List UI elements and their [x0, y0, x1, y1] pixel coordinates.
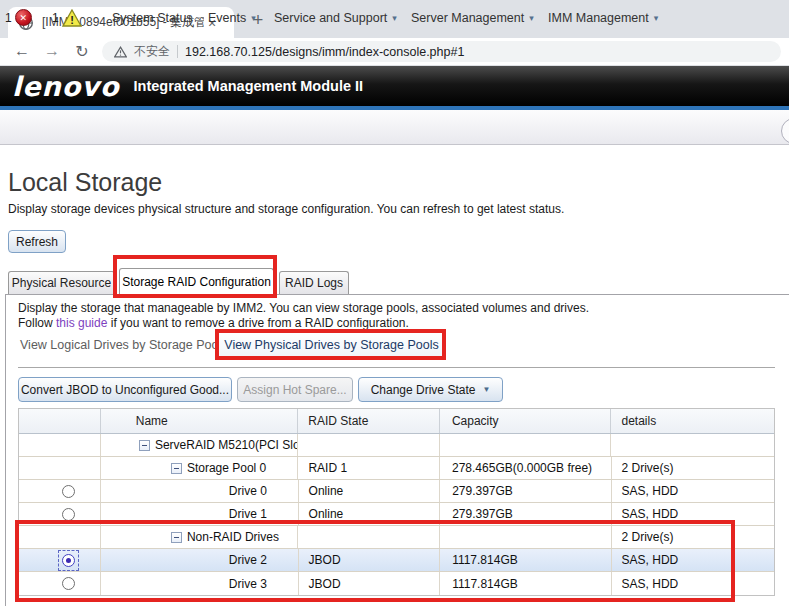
- name-cell: ServeRAID M5210(PCI Slot 9): [101, 434, 299, 456]
- action-button-change-drive-state[interactable]: Change Drive State▼: [358, 377, 503, 402]
- details-cell: SAS, HDD: [612, 572, 774, 595]
- row-name: Drive 1: [229, 507, 267, 521]
- screen: [IMM2-0894ef001b55] - 集成管 × + ← → ↻ 不安全 …: [0, 0, 789, 606]
- row-name: ServeRAID M5210(PCI Slot 9): [155, 438, 299, 452]
- action-button-convert-jbod-to-unconfigured-good[interactable]: Convert JBOD to Unconfigured Good...: [18, 377, 232, 402]
- error-icon: ✕: [15, 9, 32, 26]
- radio-cell: [19, 480, 101, 502]
- collapse-icon[interactable]: [171, 463, 182, 474]
- menu-item-imm-management[interactable]: IMM Management▾: [548, 0, 658, 35]
- radio-cell: [19, 434, 101, 456]
- svg-text:!: !: [70, 14, 74, 26]
- security-warning-label: 不安全: [134, 43, 170, 60]
- name-cell: Non-RAID Drives: [101, 526, 299, 548]
- tab-raid-logs[interactable]: RAID Logs: [279, 271, 349, 294]
- details-cell: SAS, HDD: [612, 503, 774, 525]
- panel-description-2: Follow this guide if you want to remove …: [18, 316, 409, 330]
- details-cell: SAS, HDD: [612, 480, 774, 502]
- table-header: NameRAID StateCapacitydetails: [19, 409, 774, 434]
- page-title: Local Storage: [8, 168, 162, 197]
- menu-item-service-and-support[interactable]: Service and Support▾: [274, 0, 397, 35]
- raid-state-cell: JBOD: [299, 549, 441, 571]
- capacity-cell: [440, 434, 612, 456]
- tab-storage-raid-configuration[interactable]: Storage RAID Configuration: [119, 268, 274, 295]
- back-icon[interactable]: ←: [10, 39, 34, 63]
- drive-radio[interactable]: [62, 577, 75, 590]
- raid-state-cell: RAID 1: [298, 457, 440, 479]
- radio-focus-ring: [58, 550, 79, 571]
- lenovo-logo: lenovo: [12, 71, 120, 102]
- raid-state-cell: Online: [299, 480, 441, 502]
- action-button-assign-hot-spare[interactable]: Assign Hot Spare...: [237, 377, 353, 402]
- chevron-down-icon: ▼: [482, 385, 490, 394]
- view-toggle-logical[interactable]: View Logical Drives by Storage Pools: [20, 331, 228, 358]
- details-cell: 2 Drive(s): [612, 457, 775, 479]
- desc2-prefix: Follow: [18, 316, 56, 330]
- capacity-cell: 1117.814GB: [440, 549, 611, 571]
- tab-physical-resource[interactable]: Physical Resource: [8, 271, 115, 294]
- warning-icon: !: [62, 9, 82, 27]
- collapse-icon[interactable]: [139, 440, 150, 451]
- table-row-serveraid-m5210-pci-slot-9-[interactable]: ServeRAID M5210(PCI Slot 9): [19, 434, 774, 457]
- menu-item-label: System Status: [112, 11, 193, 25]
- chevron-down-icon: ▾: [529, 13, 534, 23]
- raid-state-cell: [298, 526, 440, 548]
- page-subtitle: Display storage devices physical structu…: [8, 202, 564, 216]
- reload-icon[interactable]: ↻: [70, 39, 94, 63]
- capacity-cell: 279.397GB: [440, 480, 611, 502]
- column-header-RAID State: RAID State: [298, 409, 440, 433]
- separator-line: [18, 367, 775, 368]
- details-cell: [611, 434, 774, 456]
- app-header: lenovo Integrated Management Module II: [0, 66, 789, 106]
- capacity-cell: 1117.814GB: [440, 572, 611, 595]
- radio-cell: [19, 549, 101, 571]
- url-text: 192.168.70.125/designs/imm/index-console…: [185, 45, 464, 59]
- action-button-label: Assign Hot Spare...: [243, 383, 346, 397]
- chevron-down-icon: ▾: [392, 13, 397, 23]
- table-row-drive-1[interactable]: Drive 1Online279.397GBSAS, HDD: [19, 503, 774, 526]
- column-header-radio: [19, 409, 101, 433]
- address-bar[interactable]: 不安全 192.168.70.125/designs/imm/index-con…: [102, 41, 781, 62]
- menu-bar: [0, 110, 789, 145]
- warning-count: 1: [52, 11, 59, 25]
- menu-item-label: Server Management: [411, 11, 524, 25]
- view-toggle-physical[interactable]: View Physical Drives by Storage Pools: [218, 331, 445, 358]
- menu-item-events[interactable]: Events▾: [208, 0, 256, 35]
- table-row-drive-3[interactable]: Drive 3JBOD1117.814GBSAS, HDD: [19, 572, 774, 595]
- menu-item-system-status[interactable]: System Status: [112, 0, 193, 35]
- drive-radio[interactable]: [62, 508, 75, 521]
- menu-item-server-management[interactable]: Server Management▾: [411, 0, 534, 35]
- chevron-down-icon: ▾: [251, 13, 256, 23]
- capacity-cell: 279.397GB: [440, 503, 611, 525]
- table-row-non-raid-drives[interactable]: Non-RAID Drives2 Drive(s): [19, 526, 774, 549]
- name-cell: Drive 2: [101, 549, 299, 571]
- refresh-button[interactable]: Refresh: [8, 230, 66, 253]
- warning-status[interactable]: 1 !: [52, 0, 82, 35]
- column-header-Capacity: Capacity: [440, 409, 612, 433]
- radio-cell: [19, 457, 101, 479]
- raid-state-cell: JBOD: [299, 572, 441, 595]
- omnibox-divider: [177, 45, 178, 58]
- name-cell: Storage Pool 0: [101, 457, 299, 479]
- forward-icon[interactable]: →: [40, 39, 64, 63]
- row-name: Drive 3: [229, 577, 267, 591]
- row-name: Storage Pool 0: [187, 461, 266, 475]
- table-row-storage-pool-0[interactable]: Storage Pool 0RAID 1278.465GB(0.000GB fr…: [19, 457, 774, 480]
- table-row-drive-0[interactable]: Drive 0Online279.397GBSAS, HDD: [19, 480, 774, 503]
- details-cell: SAS, HDD: [612, 549, 774, 571]
- table-row-drive-2[interactable]: Drive 2JBOD1117.814GBSAS, HDD: [19, 549, 774, 572]
- error-status[interactable]: 1 ✕: [5, 0, 32, 35]
- drive-radio-selected[interactable]: [62, 554, 75, 567]
- radio-cell: [19, 572, 101, 595]
- drive-radio[interactable]: [62, 485, 75, 498]
- error-count: 1: [5, 11, 12, 25]
- this-guide-link[interactable]: this guide: [56, 316, 107, 330]
- radio-cell: [19, 503, 101, 525]
- raid-state-cell: [298, 434, 440, 456]
- collapse-icon[interactable]: [171, 532, 182, 543]
- raid-state-cell: Online: [299, 503, 441, 525]
- details-cell: 2 Drive(s): [612, 526, 775, 548]
- column-header-details: details: [611, 409, 774, 433]
- product-title: Integrated Management Module II: [134, 78, 364, 94]
- action-button-label: Convert JBOD to Unconfigured Good...: [21, 383, 229, 397]
